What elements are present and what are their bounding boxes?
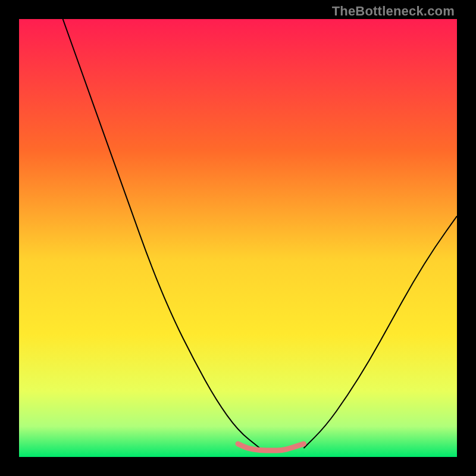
watermark-text: TheBottleneck.com	[332, 4, 455, 19]
bottleneck-curve-right	[303, 216, 457, 448]
plot-area	[19, 19, 457, 457]
curve-layer	[19, 19, 457, 457]
optimal-zone-marker	[238, 444, 303, 450]
chart-canvas: TheBottleneck.com	[0, 0, 476, 476]
bottleneck-curve-left	[63, 19, 260, 448]
